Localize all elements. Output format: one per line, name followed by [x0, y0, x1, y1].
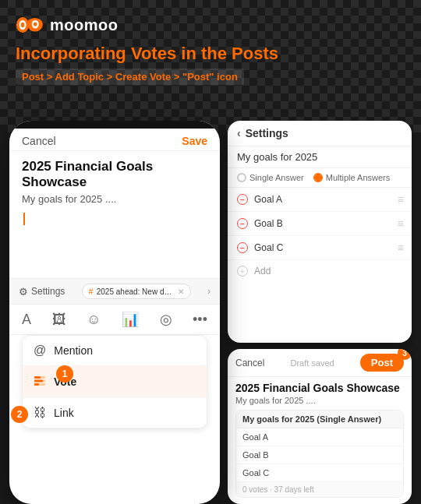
link-icon[interactable]: ◎	[160, 311, 172, 328]
phone-notch	[9, 121, 220, 129]
vote-option-c[interactable]: Goal C	[236, 464, 403, 482]
logo-area: moomoo	[16, 14, 405, 36]
image-icon[interactable]: 🖼	[52, 312, 66, 328]
more-icon[interactable]: •••	[193, 312, 207, 328]
gear-icon: ⚙	[19, 286, 28, 298]
settings-bar: ⚙ Settings # 2025 ahead: New dreams, new…	[9, 278, 220, 305]
multiple-answer-radio[interactable]	[313, 173, 323, 182]
hashtag-icon: #	[89, 287, 94, 296]
single-answer-option[interactable]: Single Answer	[237, 173, 304, 182]
mention-menu-item[interactable]: @ Mention	[23, 336, 207, 366]
post-preview-body: My goals for 2025 ....	[228, 396, 412, 410]
svg-rect-8	[34, 380, 43, 382]
vote-option-a[interactable]: Goal A	[236, 428, 403, 446]
single-answer-label: Single Answer	[249, 173, 304, 182]
phone-mockup-left: Cancel Save 2025 Financial Goals Showcas…	[9, 121, 220, 504]
svg-rect-6	[34, 376, 41, 379]
post-panel-cancel[interactable]: Cancel	[235, 358, 264, 368]
vote-option-b[interactable]: Goal B	[236, 446, 403, 464]
right-panels: ‹ Settings My goals for 2025 Single Answ…	[228, 121, 412, 504]
drag-handle-a[interactable]: ≡	[398, 193, 402, 206]
topic-label: 2025 ahead: New dreams, new ...	[97, 287, 175, 296]
vote-question: My goals for 2025	[228, 146, 412, 168]
moomoo-logo-icon	[16, 14, 44, 36]
editor-post-title: 2025 Financial Goals Showcase	[9, 151, 220, 193]
draft-status: Draft saved	[290, 358, 334, 368]
vote-icon	[34, 374, 46, 389]
vote-preview-box: My goals for 2025 (Single Answer) Goal A…	[235, 410, 404, 498]
step-badge-3: 3	[398, 349, 412, 360]
add-option-item[interactable]: + Add	[228, 260, 412, 282]
post-button[interactable]: Post	[360, 354, 404, 372]
toolbar-dropdown-menu: @ Mention Vote ⛓ Link	[22, 335, 207, 428]
link-label: Link	[54, 407, 74, 419]
vote-stats: 0 votes · 37 days left	[236, 482, 403, 497]
settings-label[interactable]: Settings	[31, 286, 65, 297]
breadcrumb: Post > Add Topic > Create Vote > "Post" …	[16, 69, 244, 85]
settings-panel-title: Settings	[246, 127, 288, 139]
remove-goal-a-button[interactable]: −	[237, 194, 248, 205]
post-preview-panel: Cancel Draft saved Post 3 2025 Financial…	[228, 349, 412, 504]
editor-toolbar: A 🖼 ☺ 📊 ◎ •••	[9, 305, 220, 335]
single-answer-radio[interactable]	[237, 173, 246, 182]
editor-post-body: My goals for 2025 ....	[9, 193, 220, 210]
save-button[interactable]: Save	[182, 135, 207, 147]
step-badge-1: 1	[56, 365, 73, 382]
topic-selector[interactable]: # 2025 ahead: New dreams, new ... ✕	[82, 284, 191, 299]
editor-spacer	[9, 231, 220, 278]
goal-c-label: Goal C	[254, 242, 283, 253]
vote-settings-panel: ‹ Settings My goals for 2025 Single Answ…	[228, 121, 412, 343]
header: moomoo Incorporating Votes in the Posts …	[0, 0, 421, 93]
goal-item-b: − Goal B ≡	[228, 212, 412, 236]
multiple-answer-label: Multiple Answers	[326, 173, 391, 182]
remove-goal-c-button[interactable]: −	[237, 242, 248, 253]
goal-a-left: − Goal A	[237, 194, 282, 205]
page-title: Incorporating Votes in the Posts	[16, 44, 405, 64]
text-cursor	[23, 213, 25, 225]
goal-c-left: − Goal C	[237, 242, 283, 253]
step-badge-2: 2	[11, 406, 28, 423]
brand-name: moomoo	[50, 16, 118, 34]
cancel-button[interactable]: Cancel	[22, 135, 56, 147]
emoji-icon[interactable]: ☺	[87, 312, 101, 328]
multiple-answer-option[interactable]: Multiple Answers	[313, 173, 391, 182]
post-preview-header: Cancel Draft saved Post 3	[228, 349, 412, 377]
add-option-label: Add	[254, 266, 271, 277]
svg-point-4	[34, 22, 37, 26]
remove-goal-b-button[interactable]: −	[237, 218, 248, 229]
vote-settings-header: ‹ Settings	[228, 121, 412, 146]
chevron-down-icon[interactable]: ›	[207, 286, 210, 297]
mention-icon: @	[34, 344, 46, 358]
goal-b-label: Goal B	[254, 218, 283, 229]
link-menu-item[interactable]: ⛓ Link	[23, 398, 207, 428]
chart-icon[interactable]: 📊	[122, 311, 139, 328]
goal-item-a: − Goal A ≡	[228, 188, 412, 212]
goal-item-c: − Goal C ≡	[228, 236, 412, 260]
breadcrumb-text: Post > Add Topic > Create Vote > "Post" …	[22, 71, 238, 83]
content-area: Cancel Save 2025 Financial Goals Showcas…	[0, 121, 421, 504]
goal-b-left: − Goal B	[237, 218, 283, 229]
back-icon[interactable]: ‹	[237, 127, 241, 139]
add-option-icon: +	[237, 266, 248, 277]
drag-handle-c[interactable]: ≡	[398, 241, 402, 254]
editor-top-bar: Cancel Save	[9, 129, 220, 151]
post-button-wrapper: Post 3	[360, 354, 404, 372]
svg-point-2	[21, 23, 25, 27]
close-icon[interactable]: ✕	[178, 287, 184, 296]
answer-type-row: Single Answer Multiple Answers	[228, 168, 412, 188]
goal-a-label: Goal A	[254, 194, 282, 205]
link-menu-icon: ⛓	[34, 406, 46, 420]
drag-handle-b[interactable]: ≡	[398, 217, 402, 230]
mention-label: Mention	[54, 344, 93, 357]
post-preview-title: 2025 Financial Goals Showcase	[228, 377, 412, 396]
vote-preview-title: My goals for 2025 (Single Answer)	[236, 411, 403, 428]
text-format-icon[interactable]: A	[22, 312, 31, 328]
svg-rect-10	[34, 383, 39, 386]
vote-menu-item[interactable]: Vote	[23, 366, 207, 398]
settings-left: ⚙ Settings	[19, 286, 65, 298]
